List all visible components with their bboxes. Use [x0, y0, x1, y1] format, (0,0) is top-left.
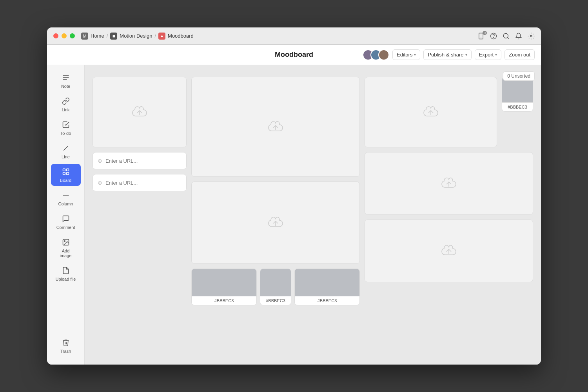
sidebar-add-image-label: Add image [56, 249, 76, 258]
sidebar-item-link[interactable]: Link [51, 93, 81, 115]
sidebar-comment-label: Comment [56, 225, 75, 230]
publish-share-button[interactable]: Publish & share ▾ [423, 49, 471, 60]
canvas: 0 Unsorted [85, 65, 541, 365]
sidebar-item-note[interactable]: Note [51, 70, 81, 92]
breadcrumb-sep-2: / [154, 33, 156, 39]
sidebar-item-todo[interactable]: To-do [51, 117, 81, 139]
device-icon[interactable]: 0 [477, 33, 485, 40]
editors-chevron: ▾ [414, 53, 416, 57]
upload-icon-3 [268, 216, 283, 230]
breadcrumb-home[interactable]: Home [91, 33, 104, 39]
help-icon[interactable] [490, 33, 497, 40]
moodboard-icon: ● [158, 33, 165, 40]
svg-rect-10 [63, 169, 65, 171]
breadcrumb-page[interactable]: Moodboard [168, 33, 194, 39]
upload-icon-2 [268, 120, 283, 134]
home-icon: M [81, 33, 88, 40]
minimize-button[interactable] [62, 33, 67, 38]
sidebar-link-label: Link [62, 107, 69, 112]
export-chevron: ▾ [495, 53, 497, 57]
right-swatch-label: #BBBEC3 [502, 103, 533, 112]
editors-button[interactable]: Editors ▾ [392, 49, 420, 60]
svg-point-3 [494, 37, 494, 38]
svg-point-16 [64, 241, 65, 242]
sidebar-board-label: Board [60, 178, 71, 183]
upload-card-6[interactable] [365, 220, 533, 282]
breadcrumb: M Home / ■ Motion Design / ● Moodboard [81, 33, 477, 40]
unsorted-badge: 0 Unsorted [503, 71, 535, 81]
url-input-2[interactable]: ⊕ [93, 174, 187, 191]
svg-point-4 [503, 33, 508, 38]
device-badge: 0 [483, 31, 487, 35]
svg-point-5 [530, 35, 532, 37]
toolbar: Moodboard Editors ▾ Publish & share ▾ Ex… [47, 45, 541, 65]
url-link-icon-1: ⊕ [98, 158, 102, 164]
sidebar-item-column[interactable]: Column [51, 187, 81, 209]
maximize-button[interactable] [70, 33, 75, 38]
sidebar-trash-label: Trash [60, 349, 71, 354]
swatch-block-2 [260, 269, 291, 296]
zoom-out-button[interactable]: Zoom out [505, 49, 535, 60]
zoom-label: Zoom out [509, 52, 530, 58]
add-image-icon [61, 238, 71, 247]
motion-icon: ■ [110, 33, 117, 40]
link-icon [61, 96, 71, 106]
close-button[interactable] [53, 33, 58, 38]
publish-chevron: ▾ [465, 53, 467, 57]
traffic-lights [53, 33, 75, 38]
column-icon [61, 191, 71, 200]
titlebar-actions: 0 [477, 33, 535, 40]
upload-icon-1 [132, 105, 147, 119]
bell-icon[interactable] [515, 33, 522, 40]
settings-icon[interactable] [528, 33, 535, 40]
svg-rect-11 [66, 169, 69, 171]
sidebar-item-trash[interactable]: Trash [51, 335, 81, 357]
sidebar-item-board[interactable]: Board [51, 164, 81, 186]
right-mid-row [365, 152, 533, 215]
sidebar: Note Link To-do [47, 65, 85, 365]
export-label: Export [479, 52, 494, 58]
swatch-block-3 [295, 269, 359, 296]
toolbar-right: Editors ▾ Publish & share ▾ Export ▾ Zoo… [363, 49, 535, 60]
sidebar-column-label: Column [58, 201, 73, 206]
url-input-1[interactable]: ⊕ [93, 152, 187, 169]
url-field-1[interactable] [105, 158, 181, 164]
avatar-3 [378, 49, 389, 60]
upload-card-3[interactable] [191, 181, 360, 264]
app-window: M Home / ■ Motion Design / ● Moodboard 0 [47, 27, 541, 365]
editors-label: Editors [397, 52, 412, 58]
sidebar-item-comment[interactable]: Comment [51, 211, 81, 233]
upload-icon-4 [423, 105, 439, 119]
color-swatch-2: #BBBEC3 [260, 269, 291, 305]
main-layout: Note Link To-do [47, 65, 541, 365]
url-link-icon-2: ⊕ [98, 180, 102, 186]
right-color-card: #BBBEC3 [502, 77, 533, 147]
sidebar-todo-label: To-do [60, 131, 71, 136]
upload-icon-6 [441, 244, 457, 258]
publish-label: Publish & share [428, 52, 463, 58]
sidebar-upload-label: Upload file [56, 277, 76, 281]
swatch-label-1: #BBBEC3 [192, 296, 256, 305]
upload-file-icon [61, 266, 71, 275]
color-swatches-row: #BBBEC3 #BBBEC3 #BBBEC3 [191, 269, 360, 305]
trash-icon [61, 338, 71, 347]
sidebar-line-label: Line [62, 154, 70, 159]
url-field-2[interactable] [105, 180, 181, 186]
breadcrumb-section[interactable]: Motion Design [120, 33, 152, 39]
comment-icon [61, 214, 71, 223]
sidebar-item-line[interactable]: Line [51, 140, 81, 162]
upload-card-4[interactable] [365, 77, 497, 147]
swatch-label-3: #BBBEC3 [295, 296, 359, 305]
upload-card-1[interactable] [93, 77, 187, 147]
svg-rect-12 [63, 172, 65, 175]
upload-card-2[interactable] [191, 77, 360, 177]
breadcrumb-sep-1: / [107, 33, 108, 39]
sidebar-item-add-image[interactable]: Add image [51, 234, 81, 261]
export-button[interactable]: Export ▾ [475, 49, 502, 60]
swatch-label-2: #BBBEC3 [260, 296, 291, 305]
page-title: Moodboard [275, 51, 313, 59]
upload-icon-5 [441, 176, 457, 191]
sidebar-item-upload-file[interactable]: Upload file [51, 263, 81, 285]
search-icon[interactable] [503, 33, 510, 40]
upload-card-5[interactable] [365, 152, 533, 215]
